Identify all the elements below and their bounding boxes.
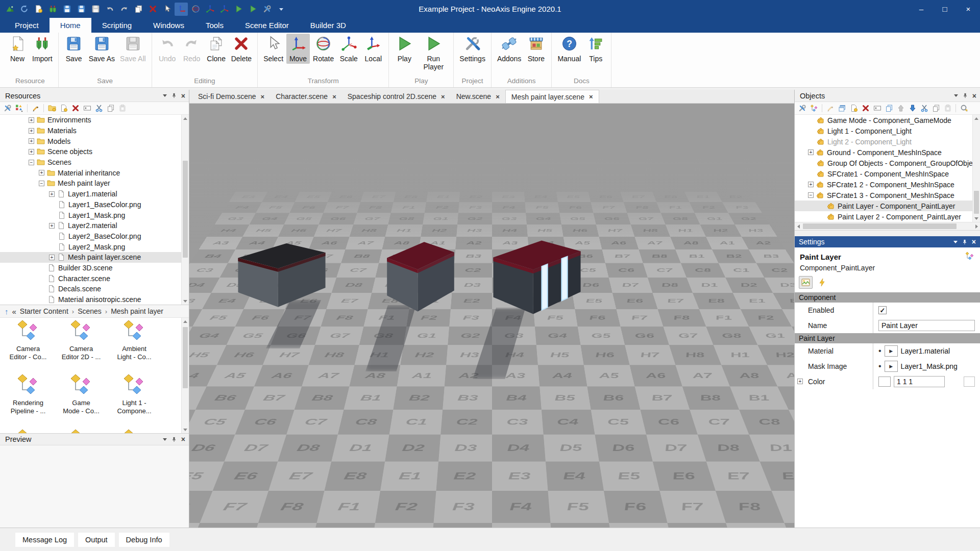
scroll-up-icon[interactable] [182, 318, 189, 325]
bottom-tab-message-log[interactable]: Message Log [15, 533, 74, 547]
objects-scrollbar[interactable] [972, 115, 980, 222]
navigate-up-icon[interactable]: ↑ [5, 307, 9, 316]
save-all-button[interactable]: Save All [118, 34, 148, 64]
manual-button[interactable]: ?Manual [555, 34, 583, 64]
expander-plus-icon[interactable]: + [808, 182, 814, 187]
scroll-down-icon[interactable] [182, 297, 189, 305]
minimize-button[interactable]: – [910, 0, 933, 18]
neoaxis-logo-button[interactable] [3, 3, 16, 16]
scroll-up-icon[interactable] [973, 115, 980, 122]
content-item-light-1-compone[interactable]: Light 1 -Compone... [112, 373, 156, 415]
content-item-rendering-pipeline[interactable]: RenderingPipeline - ... [6, 373, 50, 415]
settings-button[interactable]: Settings [457, 34, 487, 64]
tree-item-layer2-basecolor-png[interactable]: Layer2_BaseColor.png [0, 231, 189, 242]
close-tab-icon[interactable]: × [332, 93, 336, 101]
local-button[interactable]: Local [361, 34, 385, 64]
scale-button[interactable]: Scale [337, 34, 360, 64]
panel-menu-icon[interactable] [163, 438, 167, 441]
close-icon[interactable]: × [972, 238, 976, 245]
store-button[interactable]: Store [524, 34, 548, 64]
expander-minus-icon[interactable]: − [39, 181, 44, 186]
expander-plus-icon[interactable]: + [808, 149, 814, 155]
tree-item-group-of-objects-component-groupofobjects[interactable]: Group Of Objects - Component_GroupOfObje… [795, 158, 980, 168]
close-tab-icon[interactable]: × [441, 93, 445, 101]
play-button[interactable]: Play [393, 34, 416, 64]
tree-item-material-anisotropic-scene[interactable]: Material anisotropic.scene [0, 294, 189, 305]
events-tab-icon[interactable] [815, 276, 829, 289]
window-icon[interactable] [837, 103, 847, 114]
close-tab-icon[interactable]: × [589, 93, 593, 101]
tree-item-mesh-paint-layer[interactable]: −Mesh paint layer [0, 178, 189, 189]
expander-plus-icon[interactable]: + [797, 379, 803, 384]
breadcrumb-segment-starter-content[interactable]: Starter Content [20, 307, 68, 315]
clone-button[interactable] [132, 3, 145, 16]
tree-item-game-mode-component-gamemode[interactable]: Game Mode - Component_GameMode [795, 115, 980, 126]
expander-plus-icon[interactable]: + [39, 170, 44, 176]
document-tab-spaceship-control-2d-scene[interactable]: Spaceship control 2D.scene× [342, 90, 451, 103]
component-icon[interactable] [808, 103, 819, 114]
tree-item-scene-objects[interactable]: +Scene objects [0, 146, 189, 157]
delete-icon[interactable] [70, 103, 81, 114]
tree-item-layer1-material[interactable]: +Layer1.material [0, 189, 189, 199]
close-icon[interactable]: × [181, 92, 185, 99]
run-player-button[interactable] [246, 3, 259, 16]
maximize-button[interactable]: □ [933, 0, 957, 18]
expander-plus-icon[interactable]: + [49, 255, 55, 260]
close-icon[interactable]: × [181, 436, 185, 443]
pin-icon[interactable] [963, 93, 968, 98]
cut-icon[interactable] [93, 103, 104, 114]
scene-viewport[interactable]: E3E4E5E6E7E8E1E2E3E4E5E6E7E8E1E2F4F5F6F7… [189, 104, 794, 528]
menu-tab-windows[interactable]: Windows [142, 18, 195, 33]
color-picker-button[interactable] [964, 377, 975, 387]
expander-plus-icon[interactable]: + [29, 128, 34, 134]
import-button[interactable]: Import [30, 34, 55, 64]
save-button[interactable]: Save [62, 34, 86, 64]
content-item-partial[interactable] [112, 428, 156, 433]
panel-menu-icon[interactable] [953, 241, 958, 243]
tree-item-ground-component-meshinspace[interactable]: +Ground - Component_MeshInSpace [795, 147, 980, 158]
file-new-icon[interactable] [848, 103, 859, 114]
search-icon[interactable] [959, 103, 969, 114]
content-item-camera-editor-co[interactable]: CameraEditor - Co... [6, 319, 50, 361]
clone-button[interactable]: Clone [205, 34, 228, 64]
menu-tab-project[interactable]: Project [4, 18, 50, 33]
properties-tab-icon[interactable] [799, 276, 813, 289]
objects-horizontal-scrollbar[interactable] [795, 222, 980, 230]
breadcrumb-segment-scenes[interactable]: Scenes [78, 307, 102, 315]
tree-item-layer2-material[interactable]: +Layer2.material [0, 220, 189, 231]
run-player-button[interactable]: Run Player [417, 34, 450, 71]
menu-tab-home[interactable]: Home [50, 18, 91, 33]
rename-icon[interactable] [82, 103, 92, 114]
scroll-down-icon[interactable] [973, 215, 980, 222]
tree-item-layer1-basecolor-png[interactable]: Layer1_BaseColor.png [0, 199, 189, 210]
tree-item-builder-3d-scene[interactable]: Builder 3D.scene [0, 263, 189, 273]
copy-icon[interactable] [930, 103, 941, 114]
panel-splitter[interactable] [795, 230, 980, 236]
down-icon[interactable] [907, 103, 918, 114]
menu-tab-tools[interactable]: Tools [195, 18, 234, 33]
redo-button[interactable] [117, 3, 131, 16]
enabled-checkbox[interactable] [878, 306, 887, 314]
copy2-icon[interactable] [884, 103, 894, 114]
tips-button[interactable]: Tips [584, 34, 607, 64]
content-item-ambient-light-co[interactable]: AmbientLight - Co... [112, 319, 156, 361]
expander-plus-icon[interactable]: + [29, 117, 34, 123]
tree-item-scenes[interactable]: −Scenes [0, 157, 189, 168]
document-tab-new-scene[interactable]: New.scene× [451, 90, 505, 103]
close-button[interactable]: × [957, 0, 980, 18]
more-button[interactable] [275, 3, 288, 16]
menu-tab-scene-editor[interactable]: Scene Editor [234, 18, 300, 33]
edit-icon[interactable] [30, 103, 41, 114]
document-tab-character-scene[interactable]: Character.scene× [270, 90, 342, 103]
delete-icon[interactable] [860, 103, 871, 114]
tree-item-light-1-component-light[interactable]: Light 1 - Component_Light [795, 126, 980, 136]
save-as-button[interactable] [75, 3, 88, 16]
expander-plus-icon[interactable]: + [49, 223, 55, 229]
rotate-button[interactable]: Rotate [311, 34, 336, 64]
tools-icon[interactable] [2, 103, 13, 114]
display-icon[interactable] [14, 103, 24, 114]
menu-tab-builder-3d[interactable]: Builder 3D [300, 18, 357, 33]
menu-tab-scripting[interactable]: Scripting [91, 18, 142, 33]
bottom-tab-debug-info[interactable]: Debug Info [119, 533, 169, 547]
settings-button[interactable] [260, 3, 274, 16]
